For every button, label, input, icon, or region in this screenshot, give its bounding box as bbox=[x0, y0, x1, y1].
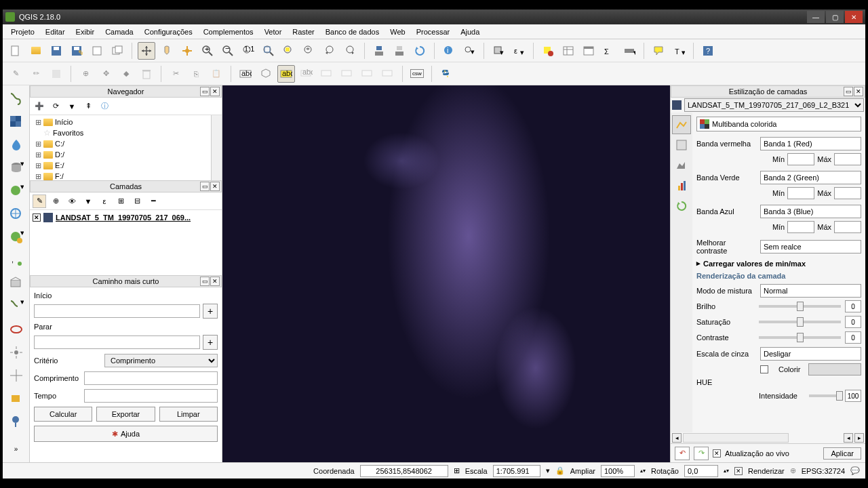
red-min-input[interactable] bbox=[787, 153, 814, 165]
copy-button[interactable]: ⎘ bbox=[187, 65, 205, 83]
contrast-val[interactable] bbox=[845, 331, 861, 344]
expression-filter-icon[interactable]: ε bbox=[98, 195, 111, 208]
zoom-to-selection-button[interactable] bbox=[280, 42, 298, 60]
hscroll-left[interactable]: ◂ bbox=[672, 433, 682, 443]
text-annotation-button[interactable]: T▾ bbox=[670, 42, 688, 60]
zoom-last-button[interactable] bbox=[321, 42, 338, 60]
rotate-label-button[interactable] bbox=[359, 65, 376, 83]
scale-dropdown[interactable]: ▾ bbox=[546, 466, 550, 475]
menu-ajuda[interactable]: Ajuda bbox=[455, 26, 485, 38]
zoom-full-button[interactable] bbox=[260, 42, 277, 60]
tree-item-inicio[interactable]: ⊞ Início bbox=[30, 117, 222, 127]
pin-button[interactable] bbox=[7, 412, 26, 431]
menu-raster[interactable]: Raster bbox=[287, 26, 319, 38]
rendering-tab[interactable] bbox=[672, 176, 691, 195]
highlight-label-button[interactable] bbox=[318, 65, 336, 83]
browser-tree[interactable]: ⊞ Início ☆ Favoritos ⊞ C:/ ⊞ D:/ ⊞ E:/ ⊞… bbox=[30, 115, 222, 180]
show-bookmarks-button[interactable] bbox=[391, 42, 408, 60]
messages-icon[interactable]: 💬 bbox=[850, 466, 860, 475]
help-sp-button[interactable]: ✱Ajuda bbox=[34, 426, 218, 442]
roadgraph-button[interactable] bbox=[7, 389, 26, 408]
add-postgis-button[interactable]: ▾ bbox=[7, 159, 26, 178]
save-button[interactable] bbox=[47, 42, 65, 60]
collapse-browser-icon[interactable]: ⇞ bbox=[81, 100, 95, 113]
pan-to-selection-button[interactable] bbox=[158, 42, 176, 60]
sp-close-icon[interactable]: ✕ bbox=[210, 277, 220, 286]
coord-input[interactable] bbox=[360, 465, 448, 477]
red-max-input[interactable] bbox=[834, 153, 861, 165]
field-calc-button[interactable] bbox=[580, 42, 597, 60]
zoom-to-layer-button[interactable] bbox=[300, 42, 318, 60]
contrast-slider[interactable] bbox=[759, 336, 841, 339]
select-button[interactable]: ▾ bbox=[460, 42, 478, 60]
panel-close-icon[interactable]: ✕ bbox=[210, 87, 220, 96]
brightness-val[interactable] bbox=[845, 300, 861, 312]
diagram-button[interactable] bbox=[257, 65, 275, 83]
remove-layer-icon[interactable]: ━ bbox=[146, 195, 160, 208]
green-min-input[interactable] bbox=[787, 187, 814, 199]
brightness-slider[interactable] bbox=[759, 305, 841, 308]
add-raster-button[interactable] bbox=[7, 113, 26, 131]
layer-visibility-checkbox[interactable]: ✕ bbox=[33, 214, 41, 222]
saturation-slider[interactable] bbox=[759, 321, 841, 323]
crs-icon[interactable]: ⊕ bbox=[790, 466, 796, 475]
style-undock-icon[interactable]: ▭ bbox=[844, 87, 853, 96]
live-update-checkbox[interactable]: ✕ bbox=[713, 449, 721, 458]
pin-label-button[interactable]: abc bbox=[298, 65, 315, 83]
contrast-enhance-select[interactable]: Sem realce bbox=[760, 240, 861, 253]
expand-button[interactable]: » bbox=[7, 439, 26, 458]
colorize-color[interactable] bbox=[808, 363, 861, 375]
time-input[interactable] bbox=[84, 389, 218, 403]
rotation-input[interactable] bbox=[684, 465, 718, 477]
tree-item-f[interactable]: ⊞ F:/ bbox=[30, 171, 222, 180]
new-project-button[interactable] bbox=[7, 42, 24, 60]
transparency-tab[interactable] bbox=[672, 136, 691, 155]
paste-button[interactable]: 📋 bbox=[208, 65, 225, 83]
map-canvas[interactable] bbox=[222, 85, 670, 462]
rot-spinner[interactable]: ▴▾ bbox=[724, 468, 729, 474]
hscroll-left2[interactable]: ◂ bbox=[844, 433, 853, 443]
expand-all-icon[interactable]: ⊞ bbox=[114, 195, 127, 208]
expression-select-button[interactable]: ε▾ bbox=[510, 42, 528, 60]
load-minmax-toggle[interactable]: ▸Carregar valores de min/max bbox=[696, 259, 861, 268]
saturation-val[interactable] bbox=[845, 316, 861, 328]
menu-complementos[interactable]: Complementos bbox=[198, 26, 259, 38]
cut-button[interactable]: ✂ bbox=[167, 65, 184, 83]
criterion-select[interactable]: Comprimento bbox=[104, 354, 218, 367]
menu-web[interactable]: Web bbox=[384, 26, 410, 38]
python-button[interactable] bbox=[437, 65, 455, 83]
histogram-tab[interactable] bbox=[672, 156, 691, 175]
delete-button[interactable] bbox=[138, 65, 155, 83]
hscroll-track[interactable] bbox=[683, 433, 789, 443]
new-shapefile-button[interactable]: ▾ bbox=[7, 297, 26, 316]
change-label-button[interactable] bbox=[379, 65, 397, 83]
save-as-button[interactable]: ✎ bbox=[68, 42, 85, 60]
layer-item[interactable]: ✕ LANDSAT_5_TM_19970705_217_069... bbox=[33, 213, 219, 222]
browser-scrollbar[interactable] bbox=[211, 115, 222, 180]
print-composer-button[interactable] bbox=[88, 42, 106, 60]
pan-button[interactable] bbox=[138, 42, 155, 60]
extents-icon[interactable]: ⊞ bbox=[454, 466, 460, 475]
add-spatialite-button[interactable] bbox=[7, 136, 26, 155]
grayscale-select[interactable]: Desligar bbox=[760, 347, 861, 361]
blue-band-select[interactable]: Banda 3 (Blue) bbox=[760, 205, 861, 218]
menu-config[interactable]: Configurações bbox=[139, 26, 198, 38]
move-feature-button[interactable]: ✥ bbox=[97, 65, 115, 83]
coord-capture-button[interactable] bbox=[7, 366, 26, 385]
colorize-checkbox[interactable] bbox=[760, 365, 768, 373]
deselect-button[interactable] bbox=[539, 42, 557, 60]
layers-undock-icon[interactable]: ▭ bbox=[200, 182, 210, 191]
close-button[interactable]: ✕ bbox=[845, 11, 863, 23]
refresh-browser-icon[interactable]: ⟳ bbox=[49, 100, 62, 113]
maximize-button[interactable]: ▢ bbox=[826, 11, 844, 23]
zoom-native-button[interactable]: 1:1 bbox=[239, 42, 257, 60]
zoom-next-button[interactable] bbox=[341, 42, 359, 60]
style-layer-select[interactable]: LANDSAT_5_TM_19970705_217_069_L2_B321 bbox=[684, 98, 864, 112]
new-bookmark-button[interactable] bbox=[370, 42, 388, 60]
menu-projeto[interactable]: Projeto bbox=[5, 26, 40, 38]
open-project-button[interactable] bbox=[27, 42, 45, 60]
red-band-select[interactable]: Banda 1 (Red) bbox=[760, 137, 861, 150]
add-wms-button[interactable]: ▾ bbox=[7, 182, 26, 201]
zoom-selection-button[interactable] bbox=[178, 42, 196, 60]
edit-pencil-button[interactable]: ✎ bbox=[7, 65, 24, 83]
